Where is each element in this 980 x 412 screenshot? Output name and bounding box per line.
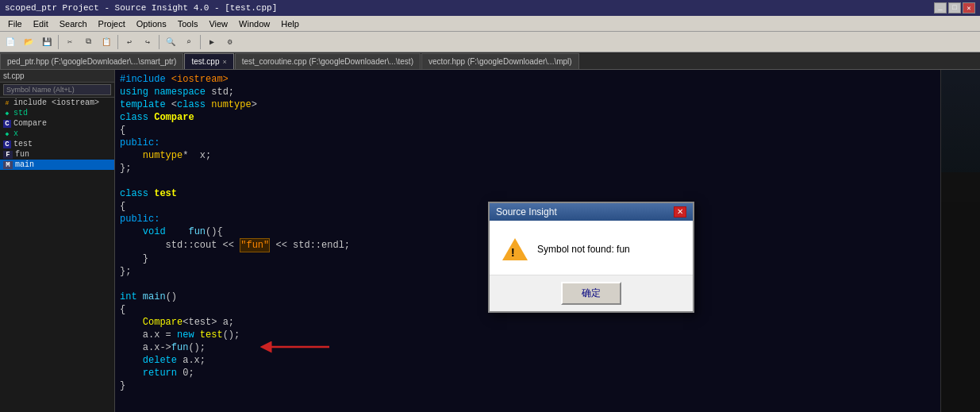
- hash-icon: #: [3, 99, 11, 107]
- tab-2[interactable]: test_coroutine.cpp (F:\googleDownloader\…: [235, 53, 421, 69]
- code-line-21: a.x = new test();: [115, 329, 940, 341]
- dialog-ok-button[interactable]: 确定: [561, 282, 621, 305]
- close-btn[interactable]: ✕: [963, 2, 975, 13]
- toolbar-debug[interactable]: ⚙: [221, 33, 239, 51]
- menu-bar: File Edit Search Project Options Tools V…: [0, 16, 980, 32]
- maximize-btn[interactable]: □: [948, 2, 961, 13]
- symbol-fun[interactable]: F fun: [0, 149, 114, 160]
- tab-0-label: ped_ptr.hpp (F:\googleDownloader\...\sma…: [7, 57, 176, 66]
- symbol-search[interactable]: Symbol Name (Alt+L): [3, 84, 111, 95]
- symbol-std[interactable]: ◆ std: [0, 108, 114, 118]
- toolbar-sep2: [117, 35, 118, 49]
- code-line-1: #include <iostream>: [115, 73, 940, 86]
- symbol-compare[interactable]: C Compare: [0, 118, 114, 129]
- main-icon: M: [3, 161, 13, 169]
- code-editor[interactable]: #include <iostream> using namespace std;…: [115, 70, 940, 412]
- code-line-24: return 0;: [115, 367, 940, 379]
- warning-triangle: [502, 238, 528, 260]
- tab-bar: ped_ptr.hpp (F:\googleDownloader\...\sma…: [0, 52, 980, 70]
- toolbar-find[interactable]: ⌕: [180, 33, 198, 51]
- source-insight-dialog: Source Insight ✕ Symbol not found: fun 确…: [488, 202, 694, 313]
- file-label: st.cpp: [0, 70, 114, 83]
- toolbar-open[interactable]: 📂: [20, 33, 37, 51]
- toolbar-sep4: [200, 35, 201, 49]
- window-title: scoped_ptr Project - Source Insight 4.0 …: [5, 3, 277, 13]
- code-line-20: Compare<test> a;: [115, 316, 940, 329]
- toolbar-copy[interactable]: ⧉: [79, 33, 97, 51]
- toolbar-search[interactable]: 🔍: [162, 33, 179, 51]
- tab-1-label: test.cpp: [191, 57, 219, 66]
- menu-view[interactable]: View: [204, 17, 233, 30]
- toolbar-paste[interactable]: 📋: [98, 33, 115, 51]
- toolbar-sep1: [58, 35, 59, 49]
- menu-edit[interactable]: Edit: [29, 17, 53, 30]
- toolbar-save[interactable]: 💾: [38, 33, 56, 51]
- title-bar: scoped_ptr Project - Source Insight 4.0 …: [0, 0, 980, 16]
- code-line-3: template <class numtype>: [115, 98, 940, 111]
- menu-project[interactable]: Project: [94, 17, 130, 30]
- menu-tools[interactable]: Tools: [173, 17, 203, 30]
- toolbar-build[interactable]: ▶: [203, 33, 221, 51]
- main-layout: st.cpp Symbol Name (Alt+L) # include <io…: [0, 70, 980, 412]
- code-line-10: class test: [115, 187, 940, 200]
- code-line-25: }: [115, 379, 940, 392]
- menu-file[interactable]: File: [3, 17, 27, 30]
- code-line-23: delete a.x;: [115, 354, 940, 367]
- symbol-include[interactable]: # include <iostream>: [0, 98, 114, 108]
- code-line-7: numtype* x;: [115, 149, 940, 162]
- toolbar-cut[interactable]: ✂: [61, 33, 79, 51]
- code-line-4: class Compare: [115, 111, 940, 124]
- symbol-test[interactable]: C test: [0, 139, 114, 149]
- toolbar-new[interactable]: 📄: [2, 33, 19, 51]
- tab-3[interactable]: vector.hpp (F:\googleDownloader\...\mpl): [421, 53, 579, 69]
- menu-search[interactable]: Search: [55, 17, 92, 30]
- minimize-btn[interactable]: _: [934, 2, 947, 13]
- code-line-9: [115, 175, 940, 187]
- arrow-indicator: [258, 341, 337, 356]
- dialog-titlebar: Source Insight ✕: [490, 203, 693, 221]
- diamond-icon-std: ◆: [3, 110, 11, 117]
- left-panel: st.cpp Symbol Name (Alt+L) # include <io…: [0, 70, 115, 412]
- toolbar-undo[interactable]: ↩: [121, 33, 138, 51]
- tab-3-label: vector.hpp (F:\googleDownloader\...\mpl): [429, 57, 572, 66]
- tab-2-label: test_coroutine.cpp (F:\googleDownloader\…: [242, 57, 413, 66]
- code-line-5: {: [115, 124, 940, 137]
- warning-icon: [502, 237, 528, 262]
- class-icon-compare: C: [3, 120, 11, 128]
- code-line-8: };: [115, 162, 940, 175]
- symbol-list: # include <iostream> ◆ std C Compare ◆ x…: [0, 98, 114, 412]
- dialog-footer: 确定: [490, 275, 693, 311]
- code-line-2: using namespace std;: [115, 86, 940, 98]
- menu-window[interactable]: Window: [234, 17, 275, 30]
- tab-0[interactable]: ped_ptr.hpp (F:\googleDownloader\...\sma…: [0, 53, 183, 69]
- class-icon-test: C: [3, 141, 11, 148]
- toolbar: 📄 📂 💾 ✂ ⧉ 📋 ↩ ↪ 🔍 ⌕ ▶ ⚙: [0, 32, 980, 52]
- menu-options[interactable]: Options: [132, 17, 171, 30]
- code-line-6: public:: [115, 137, 940, 149]
- minimap-panel: [940, 70, 980, 412]
- diamond-icon-x: ◆: [3, 130, 11, 138]
- window-controls: _ □ ✕: [934, 2, 975, 13]
- menu-help[interactable]: Help: [276, 17, 304, 30]
- symbol-x[interactable]: ◆ x: [0, 129, 114, 139]
- tab-1[interactable]: test.cpp ×: [184, 53, 233, 69]
- tab-1-close[interactable]: ×: [222, 58, 226, 66]
- dialog-title: Source Insight: [496, 206, 557, 218]
- dialog-message: Symbol not found: fun: [537, 244, 630, 255]
- toolbar-redo[interactable]: ↪: [139, 33, 156, 51]
- dialog-close-button[interactable]: ✕: [674, 206, 686, 218]
- dialog-body: Symbol not found: fun: [490, 221, 693, 275]
- code-line-22: a.x->fun();: [115, 341, 940, 354]
- func-icon-fun: F: [3, 151, 13, 159]
- toolbar-sep3: [159, 35, 159, 49]
- symbol-main[interactable]: M main: [0, 160, 114, 170]
